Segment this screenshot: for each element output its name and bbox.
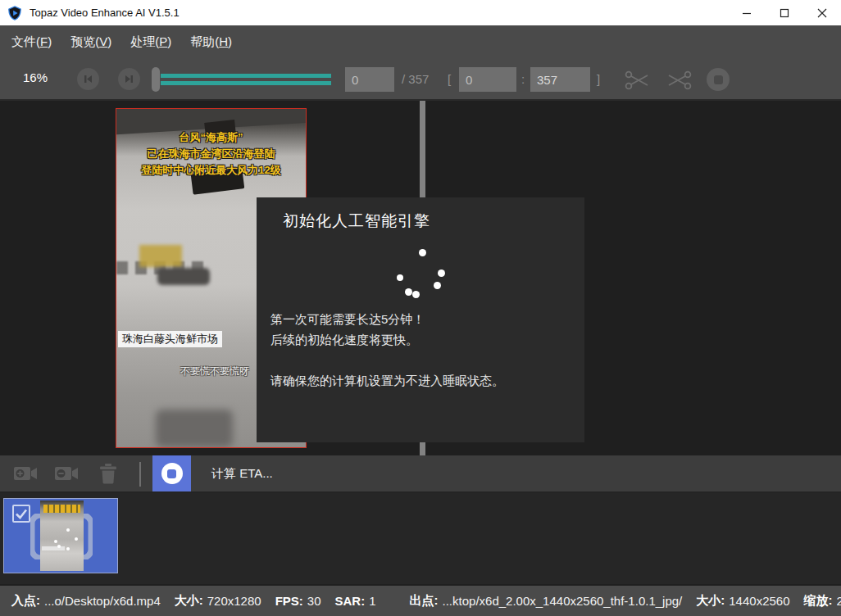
minimize-icon	[742, 8, 752, 18]
close-button[interactable]	[803, 0, 841, 25]
thumbnail-headline-smear	[43, 505, 80, 513]
thumbnail-caption-smear	[42, 546, 65, 550]
maximize-button[interactable]	[766, 0, 803, 25]
init-engine-dialog: 初始化人工智能引擎 第一次可能需要长达5分钟！ 后续的初始化速度将更快。 请确保…	[257, 197, 584, 442]
delete-video-button[interactable]	[97, 462, 120, 487]
remove-video-button[interactable]	[53, 464, 81, 486]
timeline-slider-handle[interactable]	[152, 67, 160, 92]
menu-bar: 文件(F) 预览(V) 处理(P) 帮助(H)	[0, 25, 841, 59]
checkmark-icon	[14, 506, 29, 521]
zoom-readout: 16%	[23, 70, 48, 84]
trim-out-button[interactable]	[666, 70, 692, 93]
status-zoom: 缩放:200%	[804, 593, 841, 609]
timeline-slider-track[interactable]	[161, 74, 331, 85]
range-end-input[interactable]	[530, 67, 590, 92]
range-separator: :	[521, 72, 525, 86]
menu-help[interactable]: 帮助(H)	[190, 34, 232, 50]
thumbnail-strip	[0, 493, 841, 584]
menu-process[interactable]: 处理(P)	[130, 34, 171, 50]
remove-video-icon	[53, 464, 81, 483]
status-out-size: 大小:1440x2560	[696, 593, 789, 609]
eta-status-text: 计算 ETA...	[211, 466, 273, 482]
playback-toolbar: 16% / 357 [ : ]	[0, 59, 841, 101]
dialog-line-3: 请确保您的计算机设置为不进入睡眠状态。	[270, 370, 504, 391]
trash-icon	[97, 462, 120, 485]
main-preview-area: 台风“海高斯” 已在珠海市金湾区沿海登陆 登陆时中心附近最大风力12级 珠海白藤…	[0, 101, 841, 455]
dialog-body: 第一次可能需要长达5分钟！ 后续的初始化速度将更快。 请确保您的计算机设置为不进…	[270, 309, 504, 391]
skip-to-end-button[interactable]	[118, 68, 140, 90]
thumbnail-checkbox[interactable]	[12, 505, 30, 523]
stop-icon	[714, 75, 723, 84]
scissors-left-icon	[625, 70, 651, 91]
status-in-point: 入点:...o/Desktop/x6d.mp4	[11, 593, 161, 609]
video-water-shadow	[156, 410, 233, 447]
app-window: Topaz Video Enhance AI V1.5.1 文件(F) 预览(V…	[0, 0, 841, 616]
window-title: Topaz Video Enhance AI V1.5.1	[30, 7, 180, 19]
current-frame-input[interactable]	[345, 67, 394, 92]
toolbar-divider	[139, 462, 141, 487]
trim-in-button[interactable]	[625, 70, 651, 93]
video-excavator	[139, 245, 182, 267]
add-video-icon	[12, 464, 40, 483]
title-bar: Topaz Video Enhance AI V1.5.1	[0, 0, 841, 25]
status-bar: 入点:...o/Desktop/x6d.mp4 大小:720x1280 FPS:…	[0, 586, 841, 616]
range-start-input[interactable]	[459, 67, 516, 92]
dialog-title: 初始化人工智能引擎	[283, 211, 430, 232]
window-controls	[728, 0, 841, 25]
total-frames-label: / 357	[402, 72, 429, 86]
dialog-line-2: 后续的初始化速度将更快。	[270, 329, 504, 350]
range-open-bracket: [	[448, 72, 451, 86]
maximize-icon	[780, 8, 789, 18]
skip-to-start-button[interactable]	[77, 68, 99, 90]
video-car	[157, 268, 210, 285]
video-caption: 不要慌不要慌呀	[180, 365, 249, 378]
status-sar: SAR:1	[335, 594, 376, 608]
skip-start-icon	[83, 74, 93, 84]
stop-processing-icon	[161, 463, 183, 484]
close-icon	[817, 8, 827, 18]
video-location-label: 珠海白藤头海鲜市场	[118, 331, 222, 347]
stop-processing-button[interactable]	[152, 455, 191, 491]
menu-preview[interactable]: 预览(V)	[70, 34, 111, 50]
video-headline: 台风“海高斯” 已在珠海市金湾区沿海登陆 登陆时中心附近最大风力12级	[116, 129, 306, 179]
scissors-right-icon	[666, 70, 692, 91]
status-fps: FPS:30	[275, 594, 321, 608]
toolbar-stop-button[interactable]	[707, 68, 730, 91]
status-in-size: 大小:720x1280	[175, 593, 261, 609]
status-out-point: 出点:...ktop/x6d_2.00x_1440x2560_thf-1.0.1…	[410, 593, 683, 609]
menu-file[interactable]: 文件(F)	[11, 34, 52, 50]
range-close-bracket: ]	[597, 72, 600, 86]
process-toolbar: 计算 ETA...	[0, 455, 841, 493]
video-thumbnail-tile[interactable]	[3, 498, 118, 573]
dialog-line-1: 第一次可能需要长达5分钟！	[270, 309, 504, 329]
add-video-button[interactable]	[12, 464, 40, 486]
minimize-button[interactable]	[728, 0, 766, 25]
skip-end-icon	[124, 74, 134, 84]
app-logo-icon	[7, 6, 22, 20]
thumbnail-image	[40, 500, 84, 571]
